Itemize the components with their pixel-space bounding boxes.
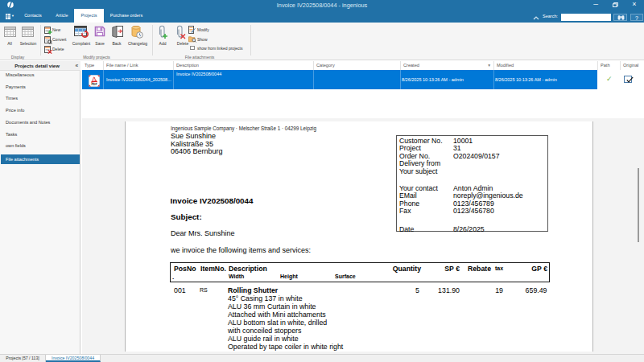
- svg-text:PDF: PDF: [91, 83, 97, 86]
